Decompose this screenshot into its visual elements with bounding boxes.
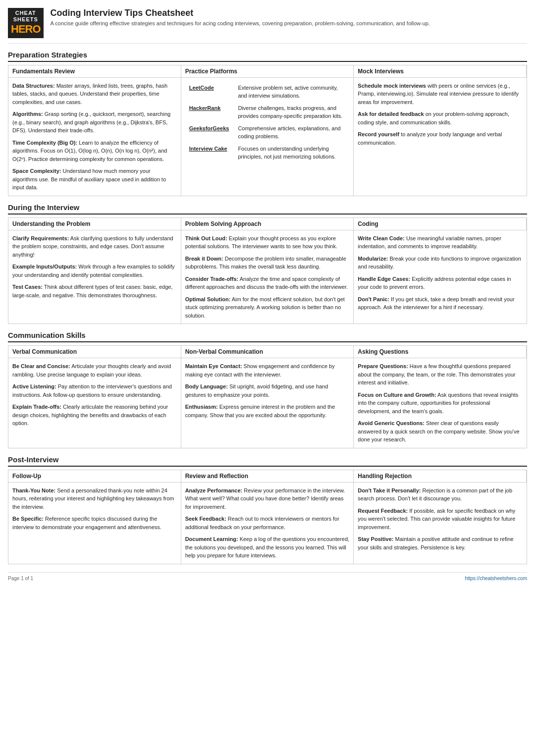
tip-bold: Think Out Loud: bbox=[185, 235, 227, 241]
table-row: GeeksforGeeksComprehensive articles, exp… bbox=[185, 122, 350, 143]
during-section-title: During the Interview bbox=[8, 203, 527, 215]
tip-item: Thank-You Note: Send a personalized than… bbox=[12, 486, 177, 511]
page-footer: Page 1 of 1 https://cheatsheetshero.com bbox=[8, 572, 527, 581]
preparation-section-title: Preparation Strategies bbox=[8, 51, 527, 62]
tip-item: Analyze Performance: Review your perform… bbox=[185, 486, 350, 511]
tip-item: Body Language: Sit upright, avoid fidget… bbox=[185, 382, 350, 399]
tip-bold: Prepare Questions: bbox=[358, 363, 408, 369]
tip-bold: Active Listening: bbox=[12, 383, 56, 389]
asking-header: Asking Questions bbox=[354, 346, 527, 358]
tip-item: Stay Positive: Maintain a positive attit… bbox=[358, 535, 523, 551]
tip-item: Focus on Culture and Growth: Ask questio… bbox=[358, 391, 523, 416]
tip-bold: Time Complexity (Big O): bbox=[12, 140, 77, 146]
verbal-body: Be Clear and Concise: Articulate your th… bbox=[8, 358, 181, 448]
followup-header: Follow-Up bbox=[8, 470, 181, 483]
page-description: A concise guide offering effective strat… bbox=[51, 20, 527, 27]
platform-name: LeetCode bbox=[185, 82, 234, 102]
understanding-header: Understanding the Problem bbox=[8, 218, 181, 230]
tip-bold: Schedule mock interviews bbox=[358, 83, 426, 89]
tip-item: Be Specific: Reference specific topics d… bbox=[12, 515, 177, 531]
rejection-body: Don't Take it Personally: Rejection is a… bbox=[354, 483, 527, 564]
page-title: Coding Interview Tips Cheatsheet bbox=[51, 8, 527, 18]
platform-name: Interview Cake bbox=[185, 143, 234, 163]
problem-solving-body: Think Out Loud: Explain your thought pro… bbox=[181, 230, 354, 324]
tip-item: Seek Feedback: Reach out to mock intervi… bbox=[185, 515, 350, 531]
tip-bold: Explain Trade-offs: bbox=[12, 404, 61, 410]
post-grid: Follow-Up Review and Reflection Handling… bbox=[8, 470, 527, 564]
understanding-body: Clarify Requirements: Ask clarifying que… bbox=[8, 230, 181, 324]
tip-item: Think Out Loud: Explain your thought pro… bbox=[185, 234, 350, 251]
mock-header: Mock Interviews bbox=[354, 65, 527, 78]
tip-item: Active Listening: Pay attention to the i… bbox=[12, 382, 177, 399]
tip-bold: Optimal Solution: bbox=[185, 296, 231, 302]
tip-bold: Space Complexity: bbox=[12, 168, 61, 174]
communication-section-title: Communication Skills bbox=[8, 331, 527, 342]
tip-bold: Write Clean Code: bbox=[358, 235, 405, 241]
post-section-title: Post-Interview bbox=[8, 455, 527, 467]
tip-bold: Example Inputs/Outputs: bbox=[12, 264, 77, 270]
tip-item: Don't Take it Personally: Rejection is a… bbox=[358, 486, 523, 503]
nonverbal-header: Non-Verbal Communication bbox=[181, 346, 354, 358]
tip-item: Write Clean Code: Use meaningful variabl… bbox=[358, 234, 523, 251]
platform-desc: Focuses on understanding underlying prin… bbox=[234, 143, 349, 163]
practice-table: LeetCodeExtensive problem set, active co… bbox=[185, 82, 350, 163]
logo: CHEAT SHEETS HERO bbox=[8, 8, 44, 38]
tip-item: Handle Edge Cases: Explicitly address po… bbox=[358, 275, 523, 291]
tip-item: Time Complexity (Big O): Learn to analyz… bbox=[12, 139, 177, 163]
verbal-header: Verbal Communication bbox=[8, 346, 181, 358]
fundamentals-body: Data Structures: Master arrays, linked l… bbox=[8, 78, 181, 196]
coding-body: Write Clean Code: Use meaningful variabl… bbox=[354, 230, 527, 324]
tip-item: Modularize: Break your code into functio… bbox=[358, 255, 523, 271]
tip-bold: Analyze Performance: bbox=[185, 487, 243, 493]
tip-bold: Clarify Requirements: bbox=[12, 235, 69, 241]
tip-item: Prepare Questions: Have a few thoughtful… bbox=[358, 362, 523, 387]
logo-sheets: SHEETS bbox=[11, 16, 41, 23]
tip-bold: Ask for detailed feedback bbox=[358, 111, 424, 117]
tip-bold: Thank-You Note: bbox=[12, 487, 55, 493]
table-row: LeetCodeExtensive problem set, active co… bbox=[185, 82, 350, 102]
tip-item: Avoid Generic Questions: Steer clear of … bbox=[358, 419, 523, 444]
preparation-grid: Fundamentals Review Practice Platforms M… bbox=[8, 65, 527, 196]
tip-bold: Record yourself bbox=[358, 131, 399, 137]
tip-bold: Be Specific: bbox=[12, 516, 44, 522]
rejection-header: Handling Rejection bbox=[354, 470, 527, 483]
tip-item: Break it Down: Decompose the problem int… bbox=[185, 255, 350, 271]
tip-bold: Test Cases: bbox=[12, 284, 43, 290]
footer-link[interactable]: https://cheatsheetshero.com bbox=[465, 576, 527, 581]
tip-bold: Avoid Generic Questions: bbox=[358, 420, 425, 426]
tip-item: Enthusiasm: Express genuine interest in … bbox=[185, 403, 350, 419]
problem-solving-header: Problem Solving Approach bbox=[181, 218, 354, 230]
table-row: Interview CakeFocuses on understanding u… bbox=[185, 143, 350, 163]
tip-bold: Seek Feedback: bbox=[185, 516, 226, 522]
tip-bold: Algorithms: bbox=[12, 111, 43, 117]
coding-header: Coding bbox=[354, 218, 527, 230]
tip-item: Example Inputs/Outputs: Work through a f… bbox=[12, 263, 177, 279]
communication-grid: Verbal Communication Non-Verbal Communic… bbox=[8, 345, 527, 448]
tip-bold: Modularize: bbox=[358, 256, 388, 262]
platform-name: GeeksforGeeks bbox=[185, 122, 234, 143]
tip-item: Test Cases: Think about different types … bbox=[12, 283, 177, 299]
tip-item: Space Complexity: Understand how much me… bbox=[12, 167, 177, 192]
page-number: Page 1 of 1 bbox=[8, 576, 33, 581]
followup-body: Thank-You Note: Send a personalized than… bbox=[8, 483, 181, 564]
fundamentals-header: Fundamentals Review bbox=[8, 65, 181, 78]
tip-bold: Consider Trade-offs: bbox=[185, 276, 239, 282]
tip-bold: Body Language: bbox=[185, 383, 228, 389]
platforms-header: Practice Platforms bbox=[181, 65, 354, 78]
platform-desc: Diverse challenges, tracks progress, and… bbox=[234, 102, 349, 122]
tip-bold: Request Feedback: bbox=[358, 508, 408, 514]
review-header: Review and Reflection bbox=[181, 470, 354, 483]
tip-bold: Focus on Culture and Growth: bbox=[358, 392, 436, 398]
table-row: HackerRankDiverse challenges, tracks pro… bbox=[185, 102, 350, 122]
nonverbal-body: Maintain Eye Contact: Show engagement an… bbox=[181, 358, 354, 448]
tip-bold: Don't Panic: bbox=[358, 296, 389, 302]
tip-item: Don't Panic: If you get stuck, take a de… bbox=[358, 295, 523, 312]
tip-item: Optimal Solution: Aim for the most effic… bbox=[185, 295, 350, 320]
tip-item: Data Structures: Master arrays, linked l… bbox=[12, 82, 177, 107]
tip-item: Maintain Eye Contact: Show engagement an… bbox=[185, 362, 350, 378]
platforms-body: LeetCodeExtensive problem set, active co… bbox=[181, 78, 354, 196]
tip-bold: Enthusiasm: bbox=[185, 404, 218, 410]
review-body: Analyze Performance: Review your perform… bbox=[181, 483, 354, 564]
tip-bold: Stay Positive: bbox=[358, 536, 393, 542]
tip-item: Algorithms: Grasp sorting (e.g., quickso… bbox=[12, 110, 177, 135]
